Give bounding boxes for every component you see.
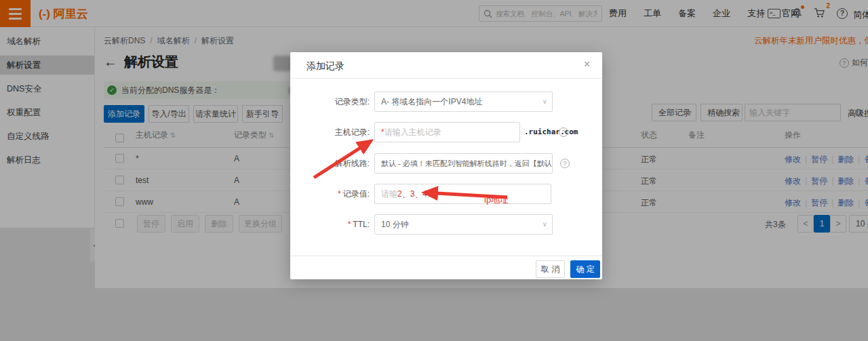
record-type-label: 记录类型: [290,92,370,112]
resolution-line-value: 默认 - 必填！未匹配到智能解析线路时，返回【默认】线路设... [381,159,553,167]
record-value-input[interactable]: 请输2、3、4值 [374,184,551,204]
question-icon[interactable]: ? [559,127,568,137]
confirm-button[interactable]: 确 定 [570,260,600,278]
question-icon[interactable]: ? [560,159,570,168]
ttl-label: TTL: [290,214,370,235]
record-value-label: 记录值: [290,184,370,204]
cancel-button[interactable]: 取 消 [536,260,565,278]
domain-suffix: .ruichar.com [524,122,578,142]
close-icon[interactable]: × [584,58,590,71]
resolution-line-label: 解析线路: [290,153,370,174]
record-type-value: A- 将域名指向一个IPV4地址 [381,97,482,106]
record-value-placeholder-end: 值 [427,189,435,199]
host-record-input[interactable]: *请输入主机记录 [374,122,520,142]
chevron-down-icon: ∨ [542,215,547,234]
record-type-select[interactable]: A- 将域名指向一个IPV4地址 ∨ [374,92,553,112]
record-value-placeholder: 请输 [381,189,397,199]
record-value-scribble: 2、3、4 [397,189,427,199]
chevron-down-icon: ∨ [542,154,547,173]
host-record-label: 主机记录: [290,122,370,142]
modal-title: 添加记录 [307,60,344,73]
ttl-value: 10 分钟 [381,220,409,229]
add-record-modal: 添加记录 × 记录类型: A- 将域名指向一个IPV4地址 ∨ 主机记录: *请… [290,52,602,279]
ttl-select[interactable]: 10 分钟 ∨ [374,214,553,235]
host-record-placeholder: 请输入主机记录 [384,127,441,137]
resolution-line-select[interactable]: 默认 - 必填！未匹配到智能解析线路时，返回【默认】线路设... ∨ [374,153,553,174]
chevron-down-icon: ∨ [542,92,547,111]
